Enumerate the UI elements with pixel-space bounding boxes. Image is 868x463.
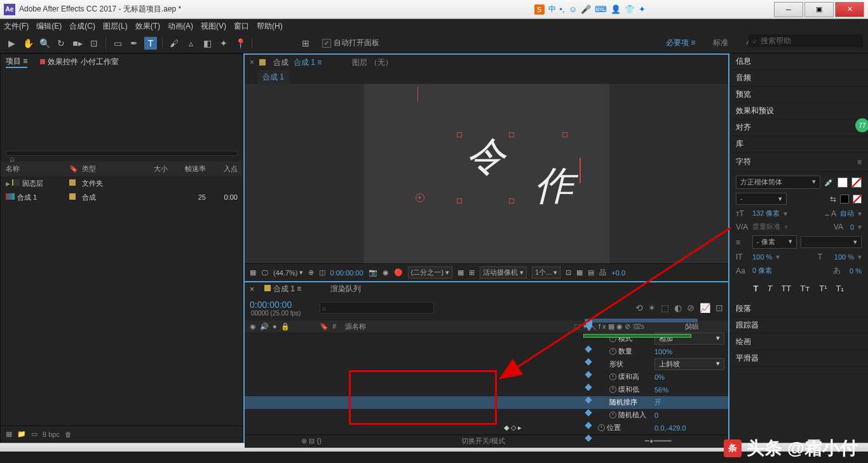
maximize-button[interactable]: ▣ bbox=[804, 2, 834, 17]
toggle-switches[interactable]: 切换开关/模式 bbox=[461, 436, 505, 446]
pen-tool-icon[interactable]: ✒ bbox=[128, 37, 140, 50]
zoom-tool-icon[interactable]: 🔍 bbox=[38, 37, 51, 50]
bold-button[interactable]: T bbox=[754, 284, 759, 293]
tsume-value[interactable]: 0 % bbox=[850, 267, 862, 275]
align-panel-header[interactable]: 对齐 bbox=[729, 120, 868, 136]
minimize-button[interactable]: ─ bbox=[774, 2, 803, 17]
project-search-input[interactable] bbox=[6, 151, 238, 156]
project-row-folder[interactable]: ▶固态层 文件夹 bbox=[1, 176, 243, 190]
vp-icon[interactable]: 品 bbox=[599, 268, 606, 277]
layer-bar[interactable] bbox=[583, 334, 691, 338]
camera-dropdown[interactable]: 活动摄像机 ▾ bbox=[480, 266, 527, 279]
paragraph-panel-header[interactable]: 段落 bbox=[729, 301, 868, 317]
timeline-search-input[interactable] bbox=[320, 302, 434, 314]
search-help-input[interactable]: ⌕ 搜索帮助 bbox=[749, 34, 863, 47]
time-ruler[interactable]: 02s 04s bbox=[577, 294, 723, 333]
menu-edit[interactable]: 编辑(E) bbox=[36, 21, 62, 32]
clone-tool-icon[interactable]: ▵ bbox=[184, 37, 197, 50]
canvas[interactable]: 令 作 bbox=[364, 84, 609, 263]
effects-control-tab[interactable]: 效果控件 小付工作室 bbox=[40, 57, 118, 67]
kerning-value[interactable]: 度量标准 bbox=[752, 222, 780, 232]
brush-tool-icon[interactable]: 🖌 bbox=[168, 37, 180, 50]
work-area-bar[interactable] bbox=[585, 319, 698, 322]
playhead[interactable] bbox=[586, 320, 592, 331]
eraser-tool-icon[interactable]: ◧ bbox=[201, 37, 214, 50]
camera-tool-icon[interactable]: ■▸ bbox=[71, 37, 84, 50]
selection-tool-icon[interactable]: ▶ bbox=[5, 37, 18, 50]
leading-value[interactable]: 自动 bbox=[840, 209, 854, 218]
font-family-dropdown[interactable]: 方正楷体简体▾ bbox=[736, 176, 820, 189]
zoom-dropdown[interactable]: (44.7%) ▾ bbox=[273, 268, 303, 277]
channels-icon[interactable]: 🔴 bbox=[394, 268, 403, 277]
character-panel-header[interactable]: 字符≡ bbox=[729, 153, 868, 172]
current-time-display[interactable]: 0:00:00:00 bbox=[250, 300, 301, 310]
vp-icon[interactable]: ◉ bbox=[383, 268, 389, 277]
hscale-value[interactable]: 100 % bbox=[834, 253, 854, 261]
selection-handle[interactable] bbox=[509, 198, 514, 204]
vp-icon[interactable]: 🖵 bbox=[261, 269, 268, 277]
ime-keyboard-icon[interactable]: ⌨ bbox=[595, 4, 607, 14]
stopwatch-icon[interactable] bbox=[598, 424, 605, 431]
preview-panel-header[interactable]: 预览 bbox=[729, 86, 868, 103]
col-type[interactable]: 类型 bbox=[82, 164, 133, 174]
ime-skin-icon[interactable]: 👕 bbox=[625, 4, 635, 14]
auto-open-panel-check[interactable]: ✓ 自动打开面板 bbox=[322, 38, 379, 48]
selection-handle[interactable] bbox=[562, 132, 567, 137]
ime-tool-icon[interactable]: ✦ bbox=[639, 4, 646, 14]
anchor-point-icon[interactable] bbox=[416, 193, 424, 202]
keyframe-icon[interactable] bbox=[585, 409, 592, 416]
hand-tool-icon[interactable]: ✋ bbox=[22, 37, 34, 50]
tl-footer-icons[interactable]: ⊕ ⊟ {} bbox=[301, 437, 321, 445]
source-name-col[interactable]: 源名称 bbox=[345, 322, 574, 331]
ime-sogou-icon[interactable]: S bbox=[534, 4, 545, 15]
grid-icon[interactable]: ⊞ bbox=[299, 37, 312, 50]
vp-icon[interactable]: ⊡ bbox=[566, 268, 571, 277]
bg-swatch[interactable] bbox=[840, 195, 849, 204]
interpret-icon[interactable]: ▦ bbox=[6, 430, 12, 438]
col-name[interactable]: 名称 bbox=[6, 164, 69, 174]
timeline-tracks[interactable]: 02s 04s bbox=[577, 294, 723, 420]
vp-icon[interactable]: ▦ bbox=[250, 268, 256, 277]
puppet-tool-icon[interactable]: 📍 bbox=[234, 37, 247, 50]
menu-comp[interactable]: 合成(C) bbox=[69, 21, 95, 32]
library-panel-header[interactable]: 库 bbox=[729, 136, 868, 153]
snapshot-icon[interactable]: 📷 bbox=[369, 268, 377, 277]
stroke-order-dropdown[interactable]: ▾ bbox=[801, 236, 862, 248]
ime-user-icon[interactable]: 👤 bbox=[611, 4, 621, 14]
trash-icon[interactable]: 🗑 bbox=[65, 431, 72, 438]
close-button[interactable]: ✕ bbox=[835, 2, 864, 17]
vp-icon[interactable]: ▤ bbox=[588, 268, 594, 277]
ws-standard[interactable]: 标准 bbox=[710, 36, 731, 50]
vp-icon[interactable]: ▦ bbox=[458, 268, 464, 277]
project-tab[interactable]: 项目 ≡ bbox=[6, 56, 27, 68]
effects-presets-header[interactable]: 效果和预设 bbox=[729, 103, 868, 120]
exposure[interactable]: +0.0 bbox=[611, 269, 625, 277]
menu-window[interactable]: 窗口 bbox=[234, 21, 249, 32]
roto-tool-icon[interactable]: ✦ bbox=[217, 37, 230, 50]
menu-anim[interactable]: 动画(A) bbox=[168, 21, 193, 32]
keyframe-icon[interactable] bbox=[585, 358, 592, 365]
tl-close-icon[interactable]: × bbox=[250, 285, 254, 294]
tracker-panel-header[interactable]: 跟踪器 bbox=[729, 317, 868, 334]
keyframe-icon[interactable] bbox=[585, 371, 592, 378]
res-dropdown[interactable]: (二分之一) ▾ bbox=[408, 266, 452, 279]
menu-layer[interactable]: 图层(L) bbox=[103, 21, 128, 32]
panbehind-tool-icon[interactable]: ⊡ bbox=[88, 37, 100, 50]
subscript-button[interactable]: T₁ bbox=[836, 284, 844, 293]
eye-icon[interactable]: ◉ bbox=[250, 322, 256, 331]
vp-icon[interactable]: ▦ bbox=[576, 268, 583, 277]
tracking-value[interactable]: 0 bbox=[850, 223, 854, 231]
vp-icon[interactable]: ◫ bbox=[319, 268, 325, 277]
ime-mic-icon[interactable]: 🎤 bbox=[581, 4, 591, 14]
project-row-comp[interactable]: 合成 1 合成 25 0:00 bbox=[1, 190, 243, 204]
menu-effect[interactable]: 效果(T) bbox=[135, 21, 160, 32]
tl-comp-tab[interactable]: 合成 1 bbox=[273, 284, 295, 293]
no-fill-swatch[interactable] bbox=[853, 195, 862, 204]
label-col-icon[interactable]: 🔖 bbox=[320, 322, 332, 331]
viewport[interactable]: 令 作 bbox=[245, 84, 728, 263]
views-dropdown[interactable]: 1个... ▾ bbox=[532, 266, 560, 279]
ime-emoji-icon[interactable]: ☺ bbox=[569, 4, 577, 14]
col-fps[interactable]: 帧速率 bbox=[168, 164, 206, 174]
menu-help[interactable]: 帮助(H) bbox=[257, 21, 283, 32]
solo-icon[interactable]: ● bbox=[273, 322, 277, 331]
